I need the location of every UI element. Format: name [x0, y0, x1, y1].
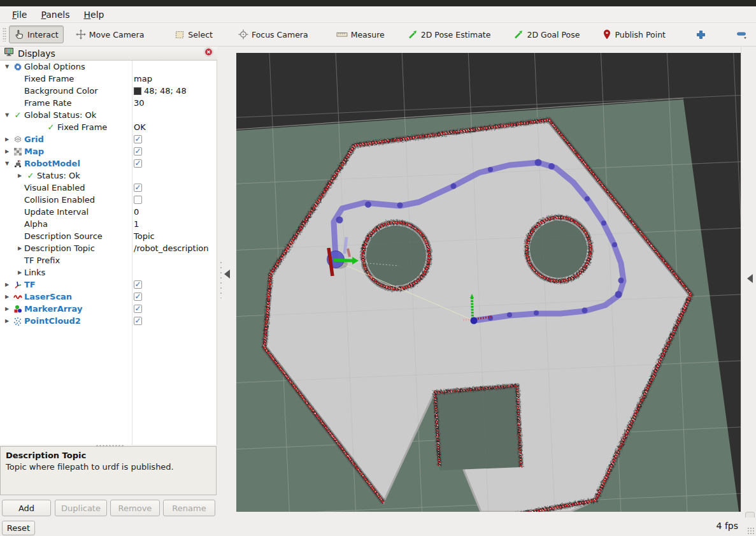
gear-icon: [11, 62, 24, 71]
row-label: Update Interval: [24, 207, 89, 217]
tree-row-fixed-frame[interactable]: Fixed Framemap: [0, 73, 217, 85]
expander-right-icon[interactable]: ▶: [3, 148, 11, 154]
enabled-checkbox[interactable]: ✓: [134, 279, 142, 291]
collapse-right-icon[interactable]: [747, 274, 753, 283]
expander-right-icon[interactable]: ▶: [3, 282, 11, 287]
enabled-checkbox[interactable]: ✓: [134, 303, 142, 315]
enabled-checkbox[interactable]: ✓: [134, 145, 142, 157]
tree-row-global-options[interactable]: ▼Global Options: [0, 61, 217, 73]
expander-right-icon[interactable]: ▶: [15, 245, 24, 251]
tree-row-robotmodel[interactable]: ▼RobotModel✓: [0, 157, 217, 170]
description-title: Description Topic: [6, 451, 211, 460]
3d-viewport[interactable]: [236, 53, 741, 512]
publish-point-tool-button[interactable]: Publish Point: [598, 26, 670, 43]
grid-icon: [11, 135, 24, 144]
expander-right-icon[interactable]: ▶: [15, 173, 24, 178]
tree-row-collision-enabled[interactable]: Collision Enabled: [0, 194, 217, 206]
row-label: Alpha: [24, 219, 48, 229]
tree-row-links[interactable]: ▶Links: [0, 266, 217, 279]
expander-right-icon[interactable]: ▶: [15, 270, 24, 275]
displays-panel-icon: [4, 47, 14, 59]
minus-icon: [736, 29, 748, 40]
measure-tool-button[interactable]: Measure: [332, 27, 389, 43]
ruler-icon: [336, 30, 348, 39]
row-label: TF Prefix: [24, 256, 60, 265]
enabled-checkbox[interactable]: ✓: [134, 157, 142, 170]
displays-panel-titlebar[interactable]: Displays: [0, 47, 217, 61]
property-value[interactable]: Topic: [134, 230, 155, 242]
tree-row-grid[interactable]: ▶Grid✓: [0, 133, 217, 145]
expander-right-icon[interactable]: ▶: [3, 294, 11, 300]
expander-down-icon[interactable]: ▼: [3, 64, 11, 69]
select-tool-button[interactable]: Select: [170, 26, 217, 43]
expander-right-icon[interactable]: ▶: [3, 306, 11, 312]
expander-right-icon[interactable]: ▶: [3, 318, 11, 324]
property-value[interactable]: 48; 48; 48: [134, 85, 187, 97]
row-label: Links: [24, 268, 45, 277]
add-display-button[interactable]: Add: [2, 500, 51, 516]
property-value[interactable]: 0: [134, 206, 139, 218]
property-value[interactable]: 30: [134, 97, 145, 109]
pose-estimate-tool-button[interactable]: 2D Pose Estimate: [403, 26, 496, 43]
row-label: Global Status: Ok: [24, 110, 96, 120]
move-camera-tool-button[interactable]: Move Camera: [71, 26, 149, 43]
tree-row-status-ok[interactable]: ▶✓Status: Ok: [0, 170, 217, 182]
row-label: Global Options: [24, 62, 85, 71]
expander-right-icon[interactable]: ▶: [3, 136, 11, 142]
panel-splitter[interactable]: [217, 47, 236, 512]
tree-row-map[interactable]: ▶Map✓: [0, 145, 217, 157]
pointcloud-icon: [11, 317, 24, 326]
enabled-checkbox[interactable]: ✓: [134, 315, 142, 327]
menu-file[interactable]: File: [6, 8, 32, 22]
collapse-left-icon[interactable]: [224, 270, 230, 279]
resize-grip[interactable]: [747, 527, 755, 535]
property-value[interactable]: 1: [134, 218, 139, 230]
row-label: Description Topic: [24, 243, 95, 253]
tree-row-tf[interactable]: ▶TF✓: [0, 279, 217, 291]
enabled-checkbox[interactable]: ✓: [134, 133, 142, 145]
displays-tree[interactable]: ▼Global OptionsFixed FramemapBackground …: [0, 61, 217, 445]
tree-row-frame-rate[interactable]: Frame Rate30: [0, 97, 217, 109]
tree-row-visual-enabled[interactable]: Visual Enabled✓: [0, 182, 217, 194]
green-arrow-icon: [408, 29, 418, 40]
toolbar-grip[interactable]: [3, 27, 6, 41]
remove-display-button[interactable]: Remove: [110, 500, 160, 516]
tree-row-tf-prefix[interactable]: TF Prefix: [0, 254, 217, 266]
tree-row-alpha[interactable]: Alpha1: [0, 218, 217, 230]
expander-down-icon[interactable]: ▼: [3, 161, 11, 166]
property-value[interactable]: /robot_description: [134, 242, 208, 254]
row-label: Visual Enabled: [24, 183, 85, 192]
right-panel-splitter[interactable]: [741, 47, 756, 512]
remove-tool-button[interactable]: [732, 26, 752, 43]
interact-tool-button[interactable]: Interact: [9, 25, 64, 43]
menu-bar: File Panels Help: [0, 6, 756, 23]
enabled-checkbox[interactable]: ✓: [134, 291, 142, 303]
tree-row-pointcloud2[interactable]: ▶PointCloud2✓: [0, 315, 217, 327]
rename-display-button[interactable]: Rename: [163, 500, 215, 516]
row-label: Grid: [24, 134, 44, 144]
goal-pose-tool-button[interactable]: 2D Goal Pose: [509, 26, 584, 43]
tree-row-background-color[interactable]: Background Color48; 48; 48: [0, 85, 217, 97]
expander-down-icon[interactable]: ▼: [3, 112, 11, 118]
tree-row-global-status-ok[interactable]: ▼✓Global Status: Ok: [0, 109, 217, 121]
tree-row-markerarray[interactable]: ▶MarkerArray✓: [0, 303, 217, 315]
property-value: OK: [134, 121, 146, 133]
tree-row-description-topic[interactable]: ▶Description Topic/robot_description: [0, 242, 217, 254]
fps-counter: 4 fps: [717, 521, 738, 531]
tree-row-update-interval[interactable]: Update Interval0: [0, 206, 217, 218]
enabled-checkbox[interactable]: [134, 194, 142, 206]
close-panel-button[interactable]: [204, 47, 213, 59]
reset-button[interactable]: Reset: [2, 521, 35, 535]
duplicate-display-button[interactable]: Duplicate: [55, 500, 107, 516]
row-label: Fixed Frame: [57, 122, 107, 132]
enabled-checkbox[interactable]: ✓: [134, 182, 142, 194]
tree-row-fixed-frame[interactable]: ✓Fixed FrameOK: [0, 121, 217, 133]
tree-row-laserscan[interactable]: ▶LaserScan✓: [0, 291, 217, 303]
menu-panels[interactable]: Panels: [35, 8, 75, 22]
property-value[interactable]: map: [134, 73, 152, 85]
menu-help[interactable]: Help: [78, 8, 110, 22]
focus-camera-tool-button[interactable]: Focus Camera: [234, 26, 313, 43]
add-tool-button[interactable]: [692, 27, 710, 43]
row-label: RobotModel: [24, 159, 80, 168]
tree-row-description-source[interactable]: Description SourceTopic: [0, 230, 217, 242]
